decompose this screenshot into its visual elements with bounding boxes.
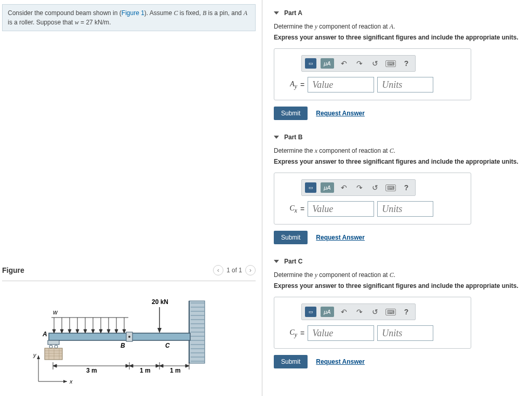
figure-title: Figure xyxy=(2,266,24,274)
svg-marker-43 xyxy=(68,329,71,333)
answer-box: ▭ μA ↶ ↷ ↺ ⌨ ? Cy = xyxy=(274,297,471,349)
help-icon[interactable]: ? xyxy=(401,306,412,318)
redo-icon[interactable]: ↷ xyxy=(354,182,365,193)
pager-next[interactable]: › xyxy=(245,265,256,275)
undo-icon[interactable]: ↶ xyxy=(338,182,350,193)
equals-sign: = xyxy=(300,81,304,89)
svg-marker-39 xyxy=(52,329,56,333)
svg-marker-72 xyxy=(53,364,57,367)
part-header[interactable]: Part C xyxy=(274,258,527,265)
svg-marker-60 xyxy=(157,328,162,333)
part-block: Part B Determine the x component of reac… xyxy=(274,134,527,244)
svg-point-29 xyxy=(55,345,58,348)
units-mode-icon[interactable]: μA xyxy=(321,307,334,317)
part-title: Part B xyxy=(284,134,302,141)
svg-marker-55 xyxy=(115,329,118,333)
svg-marker-51 xyxy=(99,329,102,333)
svg-point-28 xyxy=(49,345,52,348)
pager-prev[interactable]: ‹ xyxy=(213,265,223,275)
svg-text:A: A xyxy=(42,331,47,338)
variable-label: Ay xyxy=(282,80,297,90)
part-prompt: Determine the y component of reaction at… xyxy=(274,23,527,31)
request-answer-link[interactable]: Request Answer xyxy=(316,110,365,117)
part-title: Part C xyxy=(284,258,302,265)
part-instruction: Express your answer to three significant… xyxy=(274,34,527,41)
help-icon[interactable]: ? xyxy=(401,58,412,69)
keyboard-icon[interactable]: ⌨ xyxy=(385,182,396,193)
value-input[interactable] xyxy=(308,325,374,341)
help-icon[interactable]: ? xyxy=(401,182,412,193)
units-input[interactable] xyxy=(377,201,433,217)
submit-button[interactable]: Submit xyxy=(274,231,308,244)
variable-label: Cx xyxy=(282,204,297,214)
caret-down-icon xyxy=(274,136,279,139)
template-icon[interactable]: ▭ xyxy=(305,307,316,317)
svg-text:x: x xyxy=(69,378,73,385)
svg-marker-76 xyxy=(159,364,163,367)
reset-icon[interactable]: ↺ xyxy=(369,306,381,318)
part-header[interactable]: Part B xyxy=(274,134,527,141)
answer-toolbar: ▭ μA ↶ ↷ ↺ ⌨ ? xyxy=(301,55,416,72)
answer-box: ▭ μA ↶ ↷ ↺ ⌨ ? Cx = xyxy=(274,173,471,225)
request-answer-link[interactable]: Request Answer xyxy=(316,358,365,365)
figure-pager: ‹ 1 of 1 › xyxy=(213,265,256,275)
svg-text:B: B xyxy=(121,342,125,349)
keyboard-icon[interactable]: ⌨ xyxy=(385,306,396,318)
template-icon[interactable]: ▭ xyxy=(305,58,316,69)
part-instruction: Express your answer to three significant… xyxy=(274,282,527,289)
equals-sign: = xyxy=(300,329,304,337)
keyboard-icon[interactable]: ⌨ xyxy=(385,58,396,69)
svg-marker-57 xyxy=(123,329,126,333)
svg-text:w: w xyxy=(53,309,58,316)
units-input[interactable] xyxy=(377,77,433,93)
submit-button[interactable]: Submit xyxy=(274,107,308,120)
variable-label: Cy xyxy=(282,328,297,338)
undo-icon[interactable]: ↶ xyxy=(338,306,350,318)
svg-text:1 m: 1 m xyxy=(140,367,151,374)
svg-marker-74 xyxy=(129,364,133,367)
equals-sign: = xyxy=(300,205,304,213)
redo-icon[interactable]: ↷ xyxy=(354,306,365,318)
part-title: Part A xyxy=(284,9,302,17)
units-mode-icon[interactable]: μA xyxy=(321,182,334,193)
problem-statement: Consider the compound beam shown in (Fig… xyxy=(2,4,256,31)
units-mode-icon[interactable]: μA xyxy=(321,58,334,69)
svg-marker-77 xyxy=(185,364,189,367)
part-block: Part C Determine the y component of reac… xyxy=(274,258,527,368)
svg-text:20 kN: 20 kN xyxy=(152,298,168,306)
svg-point-26 xyxy=(128,336,130,338)
svg-marker-47 xyxy=(84,329,87,333)
answer-toolbar: ▭ μA ↶ ↷ ↺ ⌨ ? xyxy=(301,179,416,196)
caret-down-icon xyxy=(274,260,279,263)
svg-rect-27 xyxy=(48,340,59,345)
answer-toolbar: ▭ μA ↶ ↷ ↺ ⌨ ? xyxy=(301,303,416,320)
svg-marker-2 xyxy=(63,380,67,383)
figure-diagram: x y xyxy=(2,281,256,396)
part-header[interactable]: Part A xyxy=(274,9,527,17)
caret-down-icon xyxy=(274,11,279,15)
undo-icon[interactable]: ↶ xyxy=(338,58,350,69)
svg-text:3 m: 3 m xyxy=(86,367,97,374)
units-input[interactable] xyxy=(377,325,433,341)
svg-marker-3 xyxy=(37,355,40,359)
svg-rect-23 xyxy=(49,333,131,340)
reset-icon[interactable]: ↺ xyxy=(369,58,381,69)
svg-rect-24 xyxy=(129,333,190,340)
reset-icon[interactable]: ↺ xyxy=(369,182,381,193)
svg-marker-45 xyxy=(76,329,79,333)
part-block: Part A Determine the y component of reac… xyxy=(274,9,527,120)
svg-text:y: y xyxy=(33,352,37,358)
value-input[interactable] xyxy=(308,201,374,217)
template-icon[interactable]: ▭ xyxy=(305,182,316,193)
part-prompt: Determine the y component of reaction at… xyxy=(274,271,527,279)
value-input[interactable] xyxy=(308,77,374,93)
redo-icon[interactable]: ↷ xyxy=(354,58,365,69)
request-answer-link[interactable]: Request Answer xyxy=(316,234,365,241)
svg-text:1 m: 1 m xyxy=(170,367,181,374)
part-prompt: Determine the x component of reaction at… xyxy=(274,147,527,155)
submit-button[interactable]: Submit xyxy=(274,355,308,368)
part-instruction: Express your answer to three significant… xyxy=(274,158,527,165)
answer-box: ▭ μA ↶ ↷ ↺ ⌨ ? Ay = xyxy=(274,48,471,100)
svg-rect-30 xyxy=(45,348,62,360)
figure-link[interactable]: Figure 1 xyxy=(122,9,144,17)
